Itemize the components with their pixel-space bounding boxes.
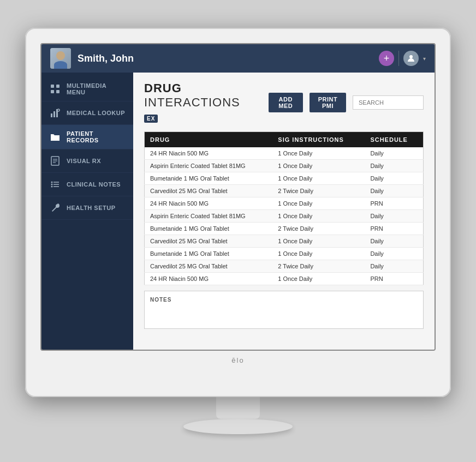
body-wrapper: Multimedia Menu Med — [41, 73, 435, 350]
list-icon — [49, 178, 61, 190]
svg-rect-4 — [56, 90, 59, 93]
cell-schedule: PRN — [365, 223, 423, 235]
table-row: 24 HR Niacin 500 MG1 Once DailyPRN — [145, 273, 424, 285]
table-row: Carvedilot 25 MG Oral Tablet1 Once Daily… — [145, 235, 424, 248]
monitor-stand-neck — [216, 397, 260, 419]
avatar-face — [56, 51, 65, 60]
cell-schedule: Daily — [365, 248, 423, 260]
cell-drug: Carvedilot 25 MG Oral Tablet — [145, 260, 273, 273]
monitor: Smith, John + ▾ — [25, 28, 451, 434]
svg-point-15 — [51, 184, 53, 185]
file-icon — [49, 155, 61, 167]
cell-sig: 1 Once Daily — [272, 197, 365, 210]
sidebar-label-medical: Medical Lookup — [67, 110, 125, 116]
col-sig: SIG INSTRUCTIONS — [272, 132, 365, 148]
cell-drug: Bumetanide 1 MG Oral Tablet — [145, 172, 273, 185]
title-rest: INTERACTIONS — [144, 95, 240, 109]
cell-sig: 1 Once Daily — [272, 273, 365, 285]
table-row: Carvedilot 25 MG Oral Tablet2 Twice Dail… — [145, 260, 424, 273]
sidebar-label-patient: Patient Records — [67, 130, 126, 143]
cell-drug: 24 HR Niacin 500 MG — [145, 147, 273, 160]
wrench-icon — [49, 202, 61, 214]
grid-icon — [49, 83, 61, 95]
add-med-button[interactable]: ADD MED — [269, 93, 303, 112]
title-bar: DRUG INTERACTIONS EX ADD MED PRINT PMI — [144, 81, 424, 124]
cell-schedule: Daily — [365, 147, 423, 160]
cell-schedule: Daily — [365, 160, 423, 172]
cell-drug: Aspirin Enteric Coated Tablet 81MG — [145, 160, 273, 172]
cell-schedule: PRN — [365, 197, 423, 210]
avatar-image — [50, 48, 71, 69]
title-bold: DRUG — [144, 81, 182, 95]
svg-rect-6 — [53, 111, 55, 117]
cell-schedule: Daily — [365, 235, 423, 248]
table-row: 24 HR Niacin 500 MG1 Once DailyPRN — [145, 197, 424, 210]
add-button[interactable]: + — [379, 51, 394, 66]
print-pmi-button[interactable]: PRINT PMI — [310, 93, 346, 112]
user-avatar-button[interactable] — [403, 51, 419, 66]
cell-drug: Carvedilot 25 MG Oral Tablet — [145, 185, 273, 197]
monitor-brand: ēlo — [40, 356, 436, 364]
sidebar-item-health-setup[interactable]: Health Setup — [41, 196, 133, 220]
cell-drug: 24 HR Niacin 500 MG — [145, 273, 273, 285]
svg-point-8 — [57, 109, 59, 111]
folder-icon — [49, 131, 61, 143]
svg-rect-5 — [51, 113, 52, 117]
notes-section: NOTES — [144, 291, 424, 329]
sidebar-item-medical-lookup[interactable]: Medical Lookup — [41, 101, 133, 125]
cell-sig: 1 Once Daily — [272, 210, 365, 223]
ex-badge: EX — [144, 115, 158, 123]
table-row: Aspirin Enteric Coated Tablet 81MG1 Once… — [145, 160, 424, 172]
cell-schedule: Daily — [365, 172, 423, 185]
sidebar-label-visual: Visual RX — [67, 158, 101, 164]
sidebar-item-visual-rx[interactable]: Visual RX — [41, 149, 133, 173]
sidebar-item-patient-records[interactable]: Patient Records — [41, 125, 133, 149]
cell-sig: 2 Twice Daily — [272, 185, 365, 197]
cell-drug: Carvedilot 25 MG Oral Tablet — [145, 235, 273, 248]
cell-schedule: Daily — [365, 185, 423, 197]
sidebar: Multimedia Menu Med — [41, 73, 133, 350]
chart-icon — [49, 107, 61, 119]
header-actions: + ▾ — [379, 51, 426, 66]
cell-schedule: PRN — [365, 273, 423, 285]
avatar — [50, 48, 71, 69]
search-input[interactable] — [353, 95, 424, 110]
sidebar-label-clinical: Clinical Notes — [67, 181, 121, 188]
table-row: Aspirin Enteric Coated Tablet 81MG1 Once… — [145, 210, 424, 223]
cell-sig: 1 Once Daily — [272, 147, 365, 160]
patient-name: Smith, John — [78, 53, 379, 64]
cell-sig: 2 Twice Daily — [272, 223, 365, 235]
svg-rect-3 — [51, 90, 54, 93]
cell-drug: Bumetanide 1 MG Oral Tablet — [145, 223, 273, 235]
header: Smith, John + ▾ — [41, 44, 435, 73]
cell-schedule: Daily — [365, 210, 423, 223]
monitor-screen: Smith, John + ▾ — [40, 43, 436, 351]
sidebar-item-multimedia-menu[interactable]: Multimedia Menu — [41, 77, 133, 101]
main-content: DRUG INTERACTIONS EX ADD MED PRINT PMI — [133, 73, 435, 350]
table-row: 24 HR Niacin 500 MG1 Once DailyDaily — [145, 147, 424, 160]
svg-rect-2 — [56, 85, 59, 88]
svg-point-0 — [409, 55, 413, 58]
sidebar-item-clinical-notes[interactable]: Clinical Notes — [41, 173, 133, 196]
cell-sig: 2 Twice Daily — [272, 260, 365, 273]
table-row: Bumetanide 1 MG Oral Tablet1 Once DailyD… — [145, 248, 424, 260]
sidebar-label-health: Health Setup — [67, 205, 116, 211]
monitor-stand-base — [183, 419, 293, 434]
svg-point-13 — [51, 182, 53, 183]
notes-label: NOTES — [150, 297, 418, 303]
header-divider — [398, 51, 399, 66]
cell-drug: 24 HR Niacin 500 MG — [145, 197, 273, 210]
sidebar-label-multimedia: Multimedia Menu — [67, 82, 126, 95]
table-row: Bumetanide 1 MG Oral Tablet1 Once DailyD… — [145, 172, 424, 185]
cell-drug: Bumetanide 1 MG Oral Tablet — [145, 248, 273, 260]
cell-sig: 1 Once Daily — [272, 160, 365, 172]
page-title: DRUG INTERACTIONS EX — [144, 81, 255, 124]
svg-point-17 — [51, 186, 53, 188]
cell-sig: 1 Once Daily — [272, 235, 365, 248]
svg-rect-1 — [51, 85, 54, 88]
col-schedule: SCHEDULE — [365, 132, 423, 148]
col-drug: DRUG — [145, 132, 273, 148]
dropdown-arrow-icon[interactable]: ▾ — [423, 56, 426, 62]
cell-drug: Aspirin Enteric Coated Tablet 81MG — [145, 210, 273, 223]
cell-schedule: Daily — [365, 260, 423, 273]
